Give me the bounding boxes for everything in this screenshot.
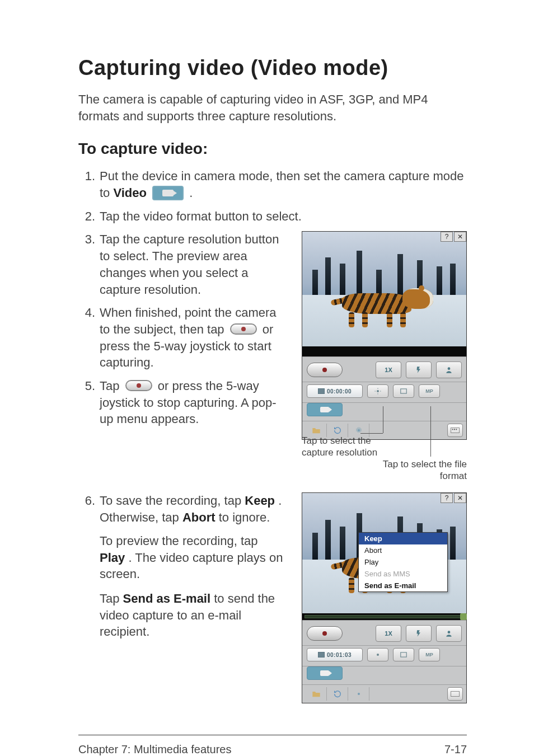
zoom-button[interactable]: 1X [376,361,401,378]
playback-progress[interactable] [302,613,466,620]
step-text: to ignore. [219,510,270,524]
camcorder-icon [320,670,329,676]
brightness-button[interactable] [367,648,388,661]
step-1: 1. Put the device in camera mode, then s… [78,168,467,201]
progress-head[interactable] [460,613,467,620]
svg-point-13 [377,654,379,656]
screenshot-callouts: Tap to select the capture resolution Tap… [302,440,467,490]
flash-button[interactable] [406,361,432,378]
page-title: Capturing video (Video mode) [78,56,467,80]
sun-icon [374,651,381,658]
softkey-keyboard[interactable] [447,687,463,701]
step-number: 6. [78,492,95,509]
person-icon [445,366,453,374]
record-dot-icon [322,631,327,636]
self-timer-button[interactable] [436,625,462,642]
svg-rect-10 [454,429,455,430]
camera-preview[interactable]: ? ✕ Keep Abort Play Send as MMS Send as … [302,493,466,613]
close-button[interactable]: ✕ [454,232,466,242]
svg-point-12 [448,631,451,634]
step-6: 6. To save the recording, tap Keep . Oth… [78,492,285,525]
step-5: 5. Tap or press the 5-way joystick to st… [78,378,285,428]
softkey-folder[interactable] [306,687,327,701]
camera-panel-row-3 [302,402,466,421]
softkey-keyboard[interactable] [447,424,463,437]
step-text-end: . [189,186,193,200]
svg-rect-11 [456,429,457,430]
resolution-button[interactable] [393,648,414,661]
step-6-para-3: Tap Send as E-mail to send the video cap… [78,590,285,640]
capture-mode-button[interactable] [307,403,343,416]
svg-point-1 [377,390,379,392]
step-number: 3. [78,231,95,248]
flash-button[interactable] [406,625,432,642]
record-button[interactable] [307,363,343,377]
svg-rect-8 [451,428,460,433]
keyboard-icon [451,691,460,697]
menu-item-send-email[interactable]: Send as E-mail [359,580,447,591]
steps-list-cont2: 6. To save the recording, tap Keep . Oth… [78,492,285,525]
camera-panel-row-2: 00:01:03 MP [302,645,466,666]
letterbox-bar [302,346,466,356]
camera-panel-row-3 [302,666,466,684]
file-format-button[interactable]: MP [419,384,440,398]
capture-mode-button[interactable] [307,666,343,680]
menu-item-keep[interactable]: Keep [359,533,447,544]
svg-rect-6 [401,389,407,393]
recording-timer: 00:00:00 [307,384,363,398]
help-button[interactable]: ? [441,493,453,503]
person-icon [445,630,453,637]
help-button[interactable]: ? [441,232,453,242]
step-number: 1. [78,168,95,185]
resolution-button[interactable] [393,384,414,398]
callout-resolution: Tap to select the capture resolution [302,435,386,458]
folder-icon [312,426,321,434]
folder-icon [312,690,321,698]
rotate-icon [333,689,342,698]
file-format-button[interactable]: MP [419,648,440,661]
camcorder-icon [162,190,174,196]
close-button[interactable]: ✕ [454,493,466,503]
menu-item-play[interactable]: Play [359,556,447,568]
menu-item-send-mms: Send as MMS [359,568,447,580]
svg-rect-16 [451,692,460,697]
film-icon [318,652,325,658]
zoom-button[interactable]: 1X [376,625,401,642]
step-number: 5. [78,378,95,395]
flash-icon [415,630,423,637]
camera-panel-row-1: 1X [302,620,466,645]
resolution-icon [400,651,407,658]
flash-icon [415,366,423,374]
steps-list: 1. Put the device in camera mode, then s… [78,168,467,224]
keep-label: Keep [245,494,275,508]
camera-screenshot-bottom: ? ✕ Keep Abort Play Send as MMS Send as … [302,492,467,703]
brightness-button[interactable] [367,384,388,398]
callout-file-format: Tap to select the file format [380,459,467,482]
preview-subject-tiger [322,280,433,324]
record-dot-icon [322,368,327,372]
softkey-rotate[interactable] [327,687,348,701]
camcorder-icon [320,407,329,412]
footer-chapter: Chapter 7: Multimedia features [78,743,231,756]
svg-point-0 [448,368,451,370]
step-text: To save the recording, tap [100,494,245,508]
video-mode-icon [152,186,184,200]
softkey-bar [302,684,466,703]
record-button-icon [230,323,257,335]
gear-icon [354,689,363,698]
step-3: 3. Tap the capture resolution button to … [78,231,285,298]
self-timer-button[interactable] [436,361,462,378]
step-text: Tap the capture resolution button to sel… [100,232,279,296]
record-button-icon [125,380,152,391]
softkey-settings[interactable] [348,687,369,701]
record-button[interactable] [307,626,343,641]
play-label: Play [100,551,125,565]
camera-preview[interactable]: ? ✕ [302,232,466,346]
timer-value: 00:00:00 [327,388,352,395]
svg-rect-14 [401,652,407,657]
menu-item-abort[interactable]: Abort [359,544,447,556]
steps-list-cont: 3. Tap the capture resolution button to … [78,231,285,428]
recording-timer: 00:01:03 [307,648,363,661]
page-footer: Chapter 7: Multimedia features 7-17 [78,735,467,756]
rotate-icon [333,426,342,435]
